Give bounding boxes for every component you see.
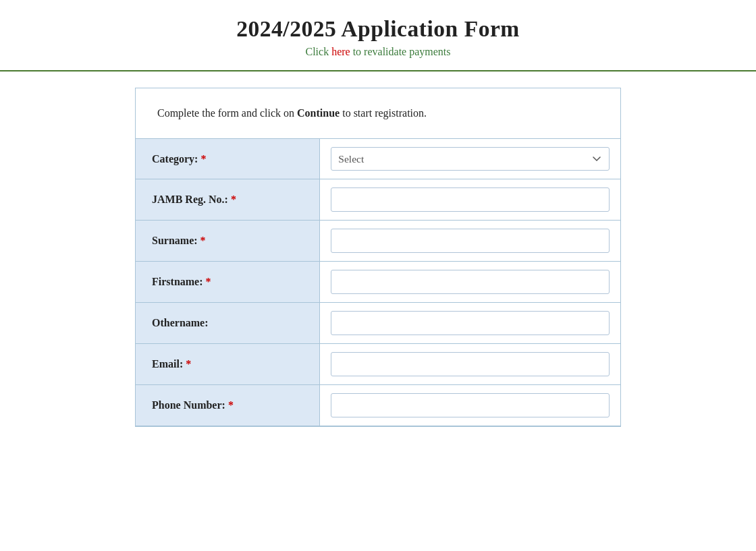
table-row: Surname: *	[136, 221, 620, 262]
form-instruction: Complete the form and click on Continue …	[136, 88, 620, 139]
page-header: 2024/2025 Application Form Click here to…	[0, 0, 756, 71]
firstname-input-cell	[320, 262, 620, 303]
category-input-cell: Select UTME Direct Entry Transfer	[320, 139, 620, 179]
firstname-label: Firstname: *	[136, 262, 320, 303]
firstname-input[interactable]	[331, 270, 610, 294]
application-form: Complete the form and click on Continue …	[135, 88, 621, 427]
category-select[interactable]: Select UTME Direct Entry Transfer	[331, 147, 610, 171]
othername-label: Othername:	[136, 303, 320, 344]
phone-input[interactable]	[331, 393, 610, 417]
instruction-suffix: to start registration.	[340, 107, 427, 119]
phone-required-star: *	[228, 399, 234, 411]
revalidate-suffix: to revalidate payments	[350, 46, 451, 57]
instruction-text: Complete the form and click on	[157, 107, 297, 119]
email-input-cell	[320, 344, 620, 385]
email-label: Email: *	[136, 344, 320, 385]
table-row: JAMB Reg. No.: *	[136, 179, 620, 221]
table-row: Othername:	[136, 303, 620, 344]
email-required-star: *	[186, 358, 191, 370]
instruction-bold: Continue	[297, 107, 340, 119]
surname-input[interactable]	[331, 229, 610, 253]
header-divider	[0, 70, 756, 71]
category-select-wrapper: Select UTME Direct Entry Transfer	[331, 147, 610, 171]
surname-input-cell	[320, 221, 620, 262]
jamb-reg-input[interactable]	[331, 187, 610, 212]
jamb-input-cell	[320, 179, 620, 221]
othername-input-cell	[320, 303, 620, 344]
othername-input[interactable]	[331, 311, 610, 335]
table-row: Firstname: *	[136, 262, 620, 303]
email-input[interactable]	[331, 352, 610, 376]
table-row: Category: * Select UTME Direct Entry Tra…	[136, 139, 620, 179]
jamb-reg-label: JAMB Reg. No.: *	[136, 179, 320, 221]
phone-input-cell	[320, 385, 620, 426]
table-row: Email: *	[136, 344, 620, 385]
surname-required-star: *	[200, 235, 206, 246]
firstname-required-star: *	[206, 276, 211, 287]
surname-label: Surname: *	[136, 221, 320, 262]
jamb-required-star: *	[231, 194, 236, 205]
revalidate-line: Click here to revalidate payments	[0, 46, 756, 58]
table-row: Phone Number: *	[136, 385, 620, 426]
form-table: Category: * Select UTME Direct Entry Tra…	[136, 139, 620, 426]
revalidate-prefix: Click	[305, 46, 331, 57]
revalidate-link[interactable]: here	[331, 46, 350, 57]
category-label: Category: *	[136, 139, 320, 179]
category-required-star: *	[200, 153, 206, 165]
phone-label: Phone Number: *	[136, 385, 320, 426]
page-title: 2024/2025 Application Form	[0, 16, 756, 42]
